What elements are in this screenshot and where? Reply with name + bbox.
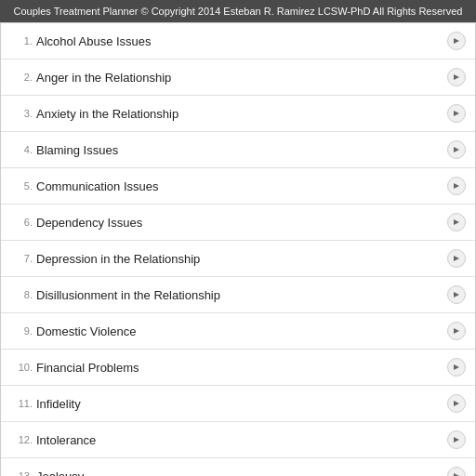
item-number: 8. <box>12 289 33 300</box>
list-item[interactable]: 10.Financial Problems <box>1 350 475 386</box>
list-container: 1.Alcohol Abuse Issues2.Anger in the Rel… <box>0 22 476 476</box>
list-item[interactable]: 9.Domestic Violence <box>1 313 475 350</box>
item-label: Alcohol Abuse Issues <box>36 34 447 48</box>
arrow-icon[interactable] <box>447 249 466 268</box>
list-item[interactable]: 12.Intolerance <box>1 422 475 458</box>
item-label: Anger in the Relationship <box>36 71 447 85</box>
item-label: Intolerance <box>36 433 447 447</box>
item-number: 10. <box>12 362 33 373</box>
svg-marker-0 <box>454 38 459 44</box>
item-number: 11. <box>12 398 33 409</box>
item-number: 4. <box>12 144 33 155</box>
item-label: Depression in the Relationship <box>36 252 447 266</box>
item-label: Financial Problems <box>36 361 447 375</box>
item-number: 5. <box>12 180 33 192</box>
arrow-icon[interactable] <box>447 285 466 304</box>
item-label: Domestic Violence <box>36 324 447 338</box>
svg-marker-2 <box>454 111 459 116</box>
svg-marker-4 <box>454 183 459 189</box>
list-item[interactable]: 2.Anger in the Relationship <box>1 60 475 96</box>
arrow-icon[interactable] <box>447 32 466 50</box>
arrow-icon[interactable] <box>447 68 466 86</box>
item-label: Communication Issues <box>36 179 447 193</box>
svg-marker-6 <box>454 256 459 261</box>
item-number: 3. <box>12 108 33 119</box>
arrow-icon[interactable] <box>447 177 466 195</box>
arrow-icon[interactable] <box>447 322 466 340</box>
svg-marker-8 <box>454 328 459 334</box>
item-label: Anxiety in the Relationship <box>36 107 447 121</box>
item-number: 7. <box>12 253 33 264</box>
list-item[interactable]: 4.Blaming Issues <box>1 132 475 168</box>
svg-marker-5 <box>454 219 459 225</box>
app-container: Couples Treatment Planner © Copyright 20… <box>0 0 476 476</box>
svg-marker-9 <box>454 364 459 370</box>
arrow-icon[interactable] <box>447 213 466 231</box>
arrow-icon[interactable] <box>447 467 466 476</box>
list-item[interactable]: 8.Disillusionment in the Relationship <box>1 277 475 313</box>
arrow-icon[interactable] <box>447 104 466 123</box>
app-header: Couples Treatment Planner © Copyright 20… <box>0 0 476 22</box>
item-label: Infidelity <box>36 397 447 411</box>
svg-marker-3 <box>454 147 459 152</box>
arrow-icon[interactable] <box>447 140 466 159</box>
header-text: Couples Treatment Planner © Copyright 20… <box>14 6 463 17</box>
list-item[interactable]: 7.Depression in the Relationship <box>1 241 475 277</box>
arrow-icon[interactable] <box>447 358 466 377</box>
list-item[interactable]: 11.Infidelity <box>1 386 475 422</box>
svg-marker-1 <box>454 74 459 80</box>
item-label: Disillusionment in the Relationship <box>36 288 447 302</box>
list-item[interactable]: 6.Dependency Issues <box>1 205 475 241</box>
item-label: Blaming Issues <box>36 143 447 157</box>
item-number: 1. <box>12 35 33 46</box>
item-number: 6. <box>12 217 33 228</box>
item-number: 12. <box>12 434 33 445</box>
list-item[interactable]: 3.Anxiety in the Relationship <box>1 96 475 132</box>
list-item[interactable]: 1.Alcohol Abuse Issues <box>1 23 475 60</box>
arrow-icon[interactable] <box>447 430 466 449</box>
item-label: Dependency Issues <box>36 216 447 230</box>
svg-marker-7 <box>454 292 459 298</box>
item-number: 2. <box>12 72 33 83</box>
item-label: Jealousy <box>36 469 447 477</box>
item-number: 9. <box>12 325 33 337</box>
item-number: 13. <box>12 470 33 476</box>
list-item[interactable]: 5.Communication Issues <box>1 168 475 205</box>
svg-marker-11 <box>454 437 459 443</box>
list-item[interactable]: 13.Jealousy <box>1 458 475 476</box>
svg-marker-10 <box>454 401 459 406</box>
arrow-icon[interactable] <box>447 394 466 413</box>
